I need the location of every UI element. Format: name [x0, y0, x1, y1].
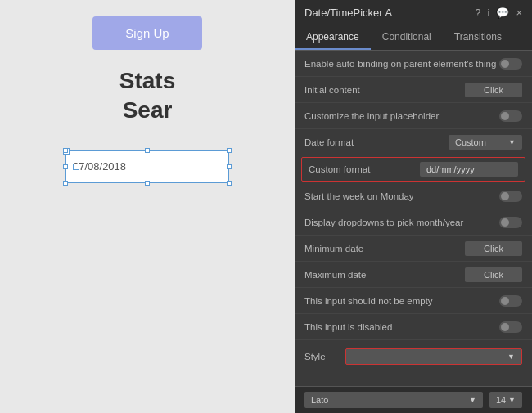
handle-bm[interactable]	[145, 181, 150, 186]
panel-header: Date/TimePicker A ? i 💬 ×	[295, 0, 532, 25]
tab-transitions[interactable]: Transitions	[443, 25, 513, 50]
ctrl-dropdowns-month-year	[499, 217, 522, 228]
row-custom-format: Custom format	[301, 157, 525, 182]
ctrl-auto-binding	[499, 58, 522, 70]
font-name: Lato	[311, 395, 328, 405]
dropdown-font[interactable]: Lato ▼	[304, 392, 483, 408]
info-icon[interactable]: i	[488, 7, 490, 19]
chevron-down-icon: ▼	[508, 138, 516, 146]
panel-footer: Lato ▼ 14 ▼	[295, 386, 532, 413]
label-not-empty: This input should not be empty	[304, 296, 499, 306]
toggle-not-empty[interactable]	[499, 295, 522, 307]
row-dropdowns-month-year: Display dropdowns to pick month/year	[295, 209, 532, 236]
row-max-date: Maximum date Click	[295, 262, 532, 288]
ctrl-custom-format	[420, 162, 518, 177]
handle-tm[interactable]	[145, 148, 150, 153]
toggle-dropdowns-month-year[interactable]	[499, 217, 522, 228]
row-start-week: Start the week on Monday	[295, 183, 532, 209]
toggle-placeholder[interactable]	[499, 110, 522, 122]
ctrl-start-week	[499, 191, 522, 202]
canvas-text: Stats Sear	[119, 66, 175, 126]
handle-lm[interactable]	[63, 164, 68, 169]
ctrl-max-date: Click	[465, 267, 522, 282]
font-size-value: 14	[496, 395, 506, 405]
ctrl-placeholder	[499, 110, 522, 122]
handle-br[interactable]	[227, 181, 232, 186]
help-icon[interactable]: ?	[475, 7, 480, 19]
tab-bar: Appearance Conditional Transitions	[295, 25, 532, 51]
canvas-area: Sign Up Stats Sear 27/08/2018	[0, 0, 295, 413]
row-auto-binding: Enable auto-binding on parent element's …	[295, 51, 532, 77]
tab-conditional[interactable]: Conditional	[371, 25, 443, 50]
ctrl-initial-content: Click	[465, 83, 522, 97]
btn-initial-content[interactable]: Click	[465, 83, 522, 97]
row-disabled: This input is disabled	[295, 314, 532, 340]
dropdown-date-format[interactable]: Custom ▼	[449, 135, 522, 150]
chevron-down-icon: ▼	[508, 396, 516, 404]
comment-icon[interactable]: 💬	[496, 7, 509, 19]
input-custom-format[interactable]	[420, 162, 518, 177]
handle-tr[interactable]	[227, 148, 232, 153]
chevron-down-icon: ▼	[507, 352, 515, 361]
toggle-start-week[interactable]	[499, 191, 522, 202]
chevron-down-icon: ▼	[469, 396, 476, 404]
date-input-element[interactable]: 27/08/2018	[65, 150, 229, 183]
ctrl-min-date: Click	[465, 241, 522, 256]
dropdown-style[interactable]: ▼	[345, 348, 522, 365]
ctrl-disabled	[499, 321, 522, 333]
label-placeholder: Customize the input placeholder	[304, 111, 499, 121]
canvas-text-line2: Sear	[119, 96, 175, 125]
row-min-date: Minimum date Click	[295, 236, 532, 262]
properties-panel: Date/TimePicker A ? i 💬 × Appearance Con…	[295, 0, 532, 413]
row-date-format: Date format Custom ▼	[295, 129, 532, 155]
label-style: Style	[304, 352, 345, 361]
label-custom-format: Custom format	[309, 164, 420, 174]
panel-icon-group: ? i 💬 ×	[475, 7, 522, 19]
label-dropdowns-month-year: Display dropdowns to pick month/year	[304, 218, 499, 227]
ctrl-date-format: Custom ▼	[449, 135, 522, 150]
label-initial-content: Initial content	[304, 85, 465, 95]
ctrl-not-empty	[499, 295, 522, 307]
signup-button[interactable]: Sign Up	[92, 16, 201, 50]
panel-title: Date/TimePicker A	[304, 7, 392, 19]
date-value: 27/08/2018	[73, 160, 126, 173]
panel-body: Enable auto-binding on parent element's …	[295, 51, 532, 386]
dropdown-date-format-value: Custom	[455, 137, 486, 147]
label-min-date: Minimum date	[304, 244, 465, 254]
row-placeholder: Customize the input placeholder	[295, 103, 532, 129]
canvas-text-line1: Stats	[119, 66, 175, 96]
row-initial-content: Initial content Click	[295, 77, 532, 103]
btn-max-date[interactable]: Click	[465, 267, 522, 282]
handle-bl[interactable]	[63, 181, 68, 186]
toggle-auto-binding[interactable]	[499, 58, 522, 70]
tab-appearance[interactable]: Appearance	[295, 25, 371, 50]
close-icon[interactable]: ×	[516, 7, 522, 19]
dropdown-font-size[interactable]: 14 ▼	[489, 392, 522, 408]
btn-min-date[interactable]: Click	[465, 241, 522, 256]
label-auto-binding: Enable auto-binding on parent element's …	[304, 59, 499, 69]
label-max-date: Maximum date	[304, 270, 465, 280]
label-start-week: Start the week on Monday	[304, 191, 499, 201]
toggle-disabled[interactable]	[499, 321, 522, 333]
row-style: Style ▼	[295, 343, 532, 370]
handle-tl[interactable]	[63, 148, 68, 153]
label-date-format: Date format	[304, 137, 449, 147]
handle-rm[interactable]	[227, 164, 232, 169]
row-not-empty: This input should not be empty	[295, 288, 532, 314]
label-disabled: This input is disabled	[304, 322, 499, 332]
